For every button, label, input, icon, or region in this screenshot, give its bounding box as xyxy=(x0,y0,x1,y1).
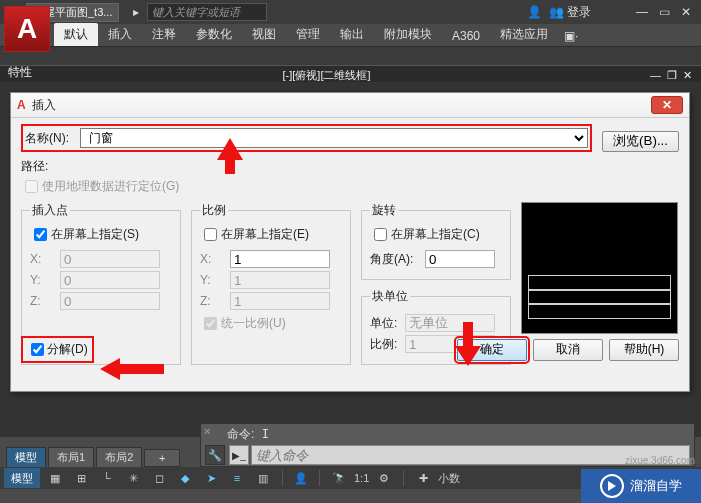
insert-onscreen-checkbox[interactable] xyxy=(34,228,47,241)
infocenter-icon[interactable]: 👤 xyxy=(526,4,542,20)
group-scale-legend: 比例 xyxy=(200,202,228,219)
unit-label: 单位: xyxy=(370,315,405,332)
layout-tabs: 模型 布局1 布局2 + xyxy=(6,447,182,467)
dialog-titlebar[interactable]: A 插入 ✕ xyxy=(11,93,689,118)
ortho-icon[interactable]: └ xyxy=(96,468,118,488)
dynamic-input-icon[interactable]: ➤ xyxy=(200,468,222,488)
scale-readout[interactable]: 1:1 xyxy=(354,472,369,484)
search-box[interactable]: 键入关键字或短语 xyxy=(147,3,267,21)
scale-onscreen-label: 在屏幕上指定(E) xyxy=(221,226,309,243)
tab-layout1[interactable]: 布局1 xyxy=(48,447,94,467)
uniform-scale-checkbox xyxy=(204,317,217,330)
tab-insert[interactable]: 插入 xyxy=(98,23,142,46)
tab-annotate[interactable]: 注释 xyxy=(142,23,186,46)
annotation-icon[interactable]: ✚ xyxy=(412,468,434,488)
tab-overflow-icon[interactable]: ▣· xyxy=(558,26,584,46)
customize-icon[interactable]: 🔧 xyxy=(205,445,225,465)
osnap3d-icon[interactable]: ◆ xyxy=(174,468,196,488)
cancel-button[interactable]: 取消 xyxy=(533,339,603,361)
dialog-title: 插入 xyxy=(32,97,651,114)
scale-y-field xyxy=(230,271,330,289)
tab-default[interactable]: 默认 xyxy=(54,23,98,46)
annotation-arrow-ok xyxy=(453,322,483,366)
insert-x-label: X: xyxy=(30,252,60,266)
transparency-icon[interactable]: ▥ xyxy=(252,468,274,488)
gear-icon[interactable]: ⚙ xyxy=(373,468,395,488)
svg-marker-1 xyxy=(100,358,164,380)
insert-z-label: Z: xyxy=(30,294,60,308)
insert-y-field xyxy=(60,271,160,289)
signin-icon[interactable]: 👥 xyxy=(548,4,564,20)
group-insert-legend: 插入点 xyxy=(30,202,70,219)
block-preview xyxy=(521,202,678,334)
login-link[interactable]: 登录 xyxy=(567,4,591,21)
tab-add-layout[interactable]: + xyxy=(144,449,180,467)
scale-z-field xyxy=(230,292,330,310)
group-units-legend: 块单位 xyxy=(370,288,410,305)
help-button[interactable]: 帮助(H) xyxy=(609,339,679,361)
drawing-minimize-icon[interactable]: — xyxy=(650,69,661,81)
cmd-prompt-icon[interactable]: ▶_ xyxy=(229,445,249,465)
drawing-restore-icon[interactable]: ❐ xyxy=(667,69,677,82)
cmd-echo-label: 命令: xyxy=(227,427,254,441)
scale-y-label: Y: xyxy=(200,273,230,287)
tab-addins[interactable]: 附加模块 xyxy=(374,23,442,46)
angle-field[interactable] xyxy=(425,250,495,268)
rotate-onscreen-label: 在屏幕上指定(C) xyxy=(391,226,480,243)
close-button[interactable]: ✕ xyxy=(675,4,697,20)
tab-model[interactable]: 模型 xyxy=(6,447,46,467)
insert-onscreen-label: 在屏幕上指定(S) xyxy=(51,226,139,243)
scale-x-field[interactable] xyxy=(230,250,330,268)
search-placeholder: 键入关键字或短语 xyxy=(152,5,240,20)
watermark-text: 溜溜自学 xyxy=(630,477,682,495)
dialog-close-button[interactable]: ✕ xyxy=(651,96,683,114)
insert-z-field xyxy=(60,292,160,310)
dropdown-icon[interactable]: ▸ xyxy=(128,4,144,20)
tab-manage[interactable]: 管理 xyxy=(286,23,330,46)
tab-a360[interactable]: A360 xyxy=(442,26,490,46)
play-icon xyxy=(600,474,624,498)
insert-x-field xyxy=(60,250,160,268)
scale-onscreen-checkbox[interactable] xyxy=(204,228,217,241)
ribbon-body xyxy=(0,47,701,65)
viewport-caption: [-][俯视][二维线框] xyxy=(6,68,647,83)
name-dropdown[interactable]: 门窗 xyxy=(80,128,588,148)
dialog-app-icon: A xyxy=(17,98,26,112)
svg-marker-2 xyxy=(455,322,481,366)
properties-panel-title: 特性 xyxy=(8,64,32,81)
annotation-arrow-explode xyxy=(100,356,164,382)
osnap-icon[interactable]: ◻ xyxy=(148,468,170,488)
tab-layout2[interactable]: 布局2 xyxy=(96,447,142,467)
svg-marker-3 xyxy=(608,481,616,491)
drawing-close-icon[interactable]: ✕ xyxy=(683,69,692,82)
explode-checkbox[interactable] xyxy=(31,343,44,356)
rotate-onscreen-checkbox[interactable] xyxy=(374,228,387,241)
watermark: zixue.3d66.com 溜溜自学 xyxy=(581,469,701,503)
ribbon-tabs: 默认 插入 注释 参数化 视图 管理 输出 附加模块 A360 精选应用 ▣· xyxy=(0,24,701,47)
annoscale-icon[interactable]: 🔭 xyxy=(328,468,350,488)
lineweight-icon[interactable]: ≡ xyxy=(226,468,248,488)
tab-output[interactable]: 输出 xyxy=(330,23,374,46)
angle-label: 角度(A): xyxy=(370,251,425,268)
cmd-echo-value: I xyxy=(262,427,269,441)
explode-label: 分解(D) xyxy=(47,341,88,358)
resize-grip-icon[interactable]: ✕ xyxy=(203,426,211,437)
tab-parametric[interactable]: 参数化 xyxy=(186,23,242,46)
workspace-icon[interactable]: 👤 xyxy=(291,468,311,488)
browse-button[interactable]: 浏览(B)... xyxy=(602,131,679,152)
insert-dialog: A 插入 ✕ 名称(N): 门窗 浏览(B)... 路径: 使用地理数据进行定位… xyxy=(10,92,690,392)
minimize-button[interactable]: — xyxy=(631,4,653,20)
polar-icon[interactable]: ✳ xyxy=(122,468,144,488)
annotation-arrow-name xyxy=(215,138,245,174)
app-menu-button[interactable]: A xyxy=(4,6,50,52)
geo-label: 使用地理数据进行定位(G) xyxy=(42,178,179,195)
annoscale-units[interactable]: 小数 xyxy=(438,471,460,486)
grid-icon[interactable]: ▦ xyxy=(44,468,66,488)
command-panel[interactable]: ✕ 命令: I 🔧 ▶_ xyxy=(200,423,695,467)
tab-view[interactable]: 视图 xyxy=(242,23,286,46)
model-space-switch[interactable]: 模型 xyxy=(4,468,40,488)
maximize-button[interactable]: ▭ xyxy=(653,4,675,20)
snap-icon[interactable]: ⊞ xyxy=(70,468,92,488)
geo-checkbox xyxy=(25,180,38,193)
tab-featured[interactable]: 精选应用 xyxy=(490,23,558,46)
